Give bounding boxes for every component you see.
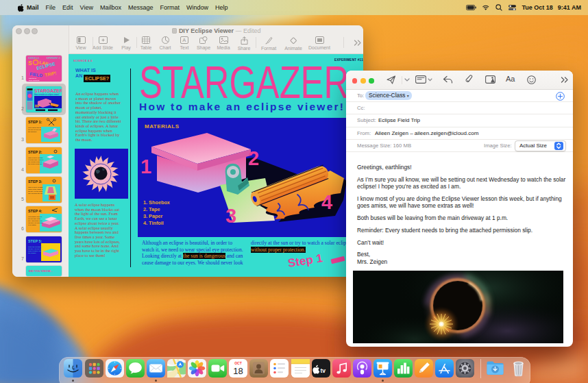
svg-text:3: 3 <box>225 205 236 227</box>
svg-text:STEP 5:: STEP 5: <box>28 239 42 243</box>
svg-text:the top on one end of: the top on one end of <box>28 129 43 130</box>
svg-text:STEP 4:: STEP 4: <box>28 209 42 213</box>
svg-text:the eclipse!: the eclipse! <box>28 252 36 254</box>
svg-text:2: 2 <box>248 147 259 169</box>
svg-text:4: 4 <box>321 191 332 213</box>
svg-text:Tape a piece of white: Tape a piece of white <box>28 186 43 188</box>
svg-text:How to make an eclipse viewer!: How to make an eclipse viewer! <box>34 93 60 96</box>
svg-text:site end from the foil.: site end from the foil. <box>28 193 43 194</box>
svg-text:box. This is the view-: box. This is the view- <box>28 220 43 221</box>
svg-text:S: S <box>28 60 32 66</box>
svg-text:over the hole. Using a: over the hole. Using a <box>28 159 44 160</box>
svg-text:A: A <box>182 37 186 43</box>
svg-text:SCIENCE 4.0: SCIENCE 4.0 <box>28 57 39 60</box>
svg-text:STARGAZER: STARGAZER <box>34 88 62 93</box>
svg-text:Cut a small hole app-: Cut a small hole app- <box>28 127 43 128</box>
svg-text:Tape a piece of tinfoil: Tape a piece of tinfoil <box>28 157 43 158</box>
svg-text:done following: done following <box>29 79 40 82</box>
svg-text:ing hole you will look: ing hole you will look <box>28 222 43 223</box>
svg-text:Cut another hole on: Cut another hole on <box>28 216 42 217</box>
svg-text:STEP 2:: STEP 2: <box>28 150 42 154</box>
svg-text:in to watch!: in to watch! <box>28 224 36 225</box>
svg-text:the shoebox.: the shoebox. <box>28 131 38 132</box>
svg-text:ready to safely observe: ready to safely observe <box>28 250 45 251</box>
svg-text:STARGAZER: STARGAZER <box>139 56 349 108</box>
svg-text:DID YOU KNOW...: DID YOU KNOW... <box>29 269 53 273</box>
svg-text:the center of the foil.: the center of the foil. <box>28 163 42 164</box>
svg-text:STEP 3:: STEP 3: <box>28 180 42 184</box>
svg-text:STEP 1:: STEP 1: <box>28 120 42 124</box>
svg-text:the box. You are now: the box. You are now <box>28 248 43 249</box>
svg-text:1: 1 <box>140 156 151 177</box>
svg-text:18: 18 <box>233 366 243 376</box>
svg-text:OCT: OCT <box>234 361 242 365</box>
svg-text:the top side of the: the top side of the <box>28 218 41 219</box>
svg-text:Place the lid back on: Place the lid back on <box>28 246 43 247</box>
svg-text:paper to the inside of: paper to the inside of <box>28 188 43 190</box>
svg-text:tv: tv <box>320 367 326 374</box>
svg-text:EXPERIMENT #1: EXPERIMENT #1 <box>47 57 61 60</box>
